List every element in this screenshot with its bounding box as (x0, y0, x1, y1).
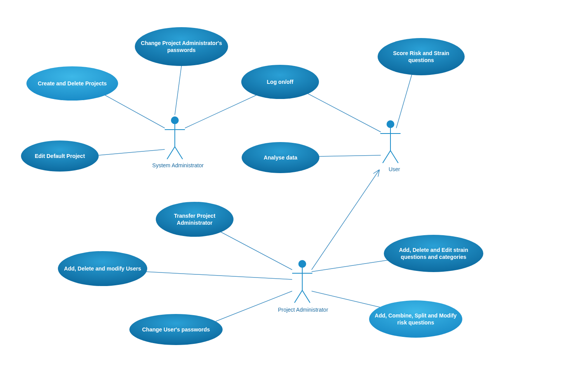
connection-line (105, 95, 165, 128)
connection-line (175, 66, 181, 115)
connection-line (99, 149, 165, 155)
usecase-ellipse-add_strain (384, 235, 483, 272)
usecase-ellipse-score_risk (378, 38, 465, 75)
connection-line (307, 93, 381, 132)
actor-system_admin (165, 117, 185, 159)
svg-line-3 (167, 147, 175, 159)
actor-project_admin (292, 260, 312, 303)
connection-lines (99, 66, 412, 321)
svg-line-4 (175, 147, 183, 159)
svg-line-14 (302, 290, 310, 303)
actor-user (380, 121, 401, 163)
usecase-ellipse-edit_default (21, 140, 99, 172)
connection-line (396, 75, 412, 128)
svg-line-8 (383, 151, 390, 163)
svg-point-5 (387, 121, 394, 128)
connection-line (185, 95, 256, 128)
usecase-ellipse-log_on_off (241, 65, 319, 99)
connection-line (216, 291, 292, 321)
connection-line (146, 272, 292, 279)
actor-label-project-admin: Project Administrator (272, 307, 334, 313)
usecase-ellipse-change_user_pw (129, 314, 223, 345)
usecase-ellipse-create_delete_proj (26, 66, 118, 101)
svg-line-13 (294, 290, 302, 303)
svg-point-10 (299, 260, 306, 267)
usecase-ellipse-analyse (242, 142, 319, 173)
connection-line (220, 232, 292, 270)
usecase-ellipse-add_users (58, 251, 147, 286)
svg-point-0 (171, 117, 178, 124)
connection-line (312, 260, 389, 272)
connection-line (319, 155, 381, 156)
usecase-layer (21, 27, 483, 345)
usecase-ellipse-change_pa_pw (135, 27, 228, 66)
actor-label-user: User (383, 166, 406, 172)
connection-line (312, 291, 381, 307)
svg-line-9 (390, 151, 398, 163)
actor-label-system-admin: System Administrator (151, 162, 205, 168)
connection-line (312, 170, 379, 270)
usecase-ellipse-transfer_pa (156, 202, 233, 237)
usecase-ellipse-add_risk (369, 300, 462, 338)
